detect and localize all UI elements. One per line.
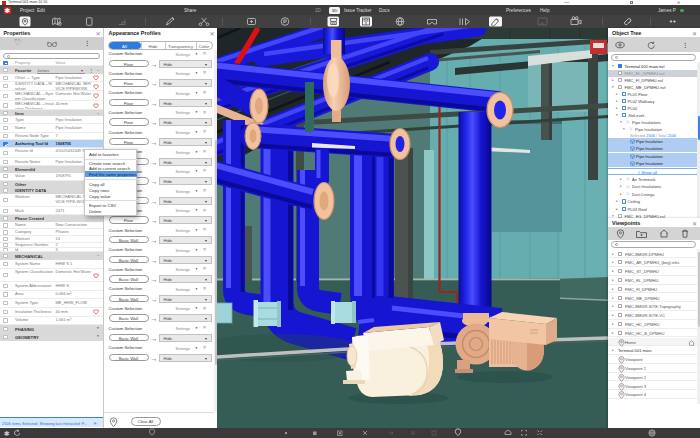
svg-text:✱: ✱: [4, 430, 10, 437]
